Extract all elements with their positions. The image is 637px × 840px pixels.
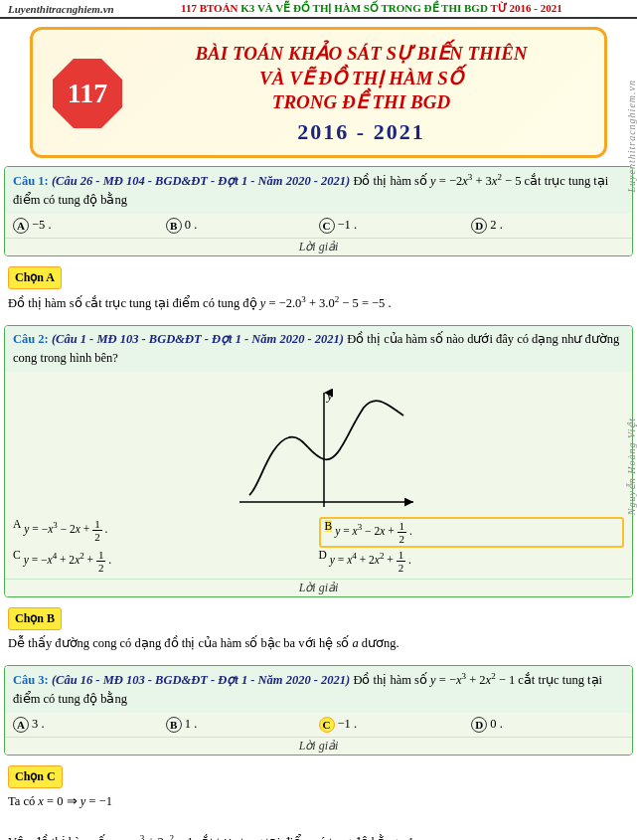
- q1-circle-b: B: [166, 218, 182, 234]
- q1-solution-text: Đồ thị hàm số cắt trục tung tại điểm có …: [8, 296, 392, 310]
- q2-optA: A y = −x3 − 2x + 12 .: [13, 517, 319, 544]
- q3-optD-val: 0 .: [490, 717, 503, 732]
- title-block: 117 BÀI TOÁN KHẢO SÁT SỰ BIẾN THIÊN VÀ V…: [30, 27, 607, 158]
- q1-options: A −5 . B 0 . C −1 . D 2 .: [5, 214, 632, 238]
- q1-optB: B 0 .: [166, 218, 319, 234]
- q2-optD: D y = x4 + 2x2 + 12 .: [319, 548, 625, 575]
- q2-optB-val: y = x3 − 2x + 12 .: [335, 520, 412, 545]
- question-2: Câu 2: (Câu 1 - MĐ 103 - BGD&ĐT - Đợt 1 …: [4, 325, 633, 597]
- q1-optB-val: 0 .: [185, 218, 198, 233]
- q1-num: Câu 1:: [13, 174, 49, 188]
- q2-solution-text: Dễ thấy đường cong có dạng đồ thị của hà…: [8, 636, 399, 650]
- q3-loi-giai-header: Lời giải: [5, 737, 632, 755]
- q2-optA-val: y = −x3 − 2x + 12 .: [24, 518, 107, 543]
- q2-svg: x y O: [220, 378, 418, 507]
- q3-optC-val: −1 .: [338, 717, 358, 732]
- svg-text:x: x: [407, 503, 414, 507]
- svg-text:O: O: [316, 504, 325, 507]
- title-line1: BÀI TOÁN KHẢO SÁT SỰ BIẾN THIÊN: [138, 42, 584, 67]
- q3-header: Câu 3: (Câu 16 - MĐ 103 - BGD&ĐT - Đợt 1…: [5, 666, 632, 713]
- q3-circle-c: C: [319, 717, 335, 733]
- q2-header: Câu 2: (Câu 1 - MĐ 103 - BGD&ĐT - Đợt 1 …: [5, 326, 632, 372]
- q3-circle-d: D: [471, 717, 487, 733]
- q1-header: Câu 1: (Câu 26 - MĐ 104 - BGD&ĐT - Đợt 1…: [5, 167, 632, 214]
- q1-chon: Chọn A: [8, 266, 62, 289]
- q1-src: (Câu 26 - MĐ 104 - BGD&ĐT - Đợt 1 - Năm …: [52, 174, 350, 188]
- title-text: BÀI TOÁN KHẢO SÁT SỰ BIẾN THIÊN VÀ VẼ ĐỒ…: [138, 42, 584, 145]
- q2-options: A y = −x3 − 2x + 12 . B y = x3 − 2x + 12…: [5, 513, 632, 579]
- q1-optA-val: −5 .: [32, 218, 52, 233]
- q1-optC-val: −1 .: [338, 218, 358, 233]
- q2-num: Câu 2:: [13, 332, 49, 346]
- q1-optD: D 2 .: [471, 218, 624, 234]
- q3-options: A 3 . B 1 . C −1 . D 0 .: [5, 713, 632, 737]
- q2-solution: Chọn B Dễ thấy đường cong có dạng đồ thị…: [0, 603, 637, 659]
- q3-chon: Chọn C: [8, 765, 63, 788]
- page-header: Luyenthitracnghiem.vn 117 BTOÁN K3 VÀ VẼ…: [0, 0, 637, 19]
- side-text-2: Nguyễn Hoàng Việt: [626, 418, 637, 515]
- q2-optC: C y = −x4 + 2x2 + 12 .: [13, 548, 319, 575]
- q2-src: (Câu 1 - MĐ 103 - BGD&ĐT - Đợt 1 - Năm 2…: [52, 332, 344, 346]
- title-line3: TRONG ĐỀ THI BGD: [138, 90, 584, 115]
- q1-optA: A −5 .: [13, 218, 166, 234]
- q1-solution: Chọn A Đồ thị hàm số cắt trục tung tại đ…: [0, 262, 637, 319]
- header-center: 117 BTOÁN K3 VÀ VẼ ĐỒ THỊ HÀM SỐ TRONG Đ…: [114, 2, 629, 15]
- title-line4: 2016 - 2021: [138, 119, 584, 145]
- q3-optB: B 1 .: [166, 717, 319, 733]
- q3-optD: D 0 .: [471, 717, 624, 733]
- q1-loi-giai-header: Lời giải: [5, 238, 632, 255]
- q3-optA: A 3 .: [13, 717, 166, 733]
- q2-chon: Chọn B: [8, 607, 62, 630]
- q2-circle-b: B: [325, 520, 333, 532]
- q2-circle-a: A: [13, 518, 21, 530]
- side-text-1: Luyenthitracnghiem.vn: [626, 80, 637, 192]
- question-3: Câu 3: (Câu 16 - MĐ 103 - BGD&ĐT - Đợt 1…: [4, 665, 633, 756]
- q1-optD-val: 2 .: [490, 218, 503, 233]
- q3-num: Câu 3:: [13, 673, 49, 687]
- q3-solution: Chọn C Ta có x = 0 ⇒ y = −1 Vậy đồ thị h…: [0, 761, 637, 840]
- q3-sol2: Vậy đồ thị hàm số y = −x3 + 2x2 − 1 cắt …: [8, 835, 420, 840]
- q1-circle-d: D: [471, 218, 487, 234]
- q2-optD-val: y = x4 + 2x2 + 12 .: [330, 549, 411, 574]
- q2-loi-giai-header: Lời giải: [5, 579, 632, 596]
- q2-graph: x y O: [5, 372, 632, 513]
- title-line2: VÀ VẼ ĐỒ THỊ HÀM SỐ: [138, 67, 584, 91]
- q3-circle-b: B: [166, 717, 182, 733]
- question-1: Câu 1: (Câu 26 - MĐ 104 - BGD&ĐT - Đợt 1…: [4, 166, 633, 256]
- q3-sol1: Ta có x = 0 ⇒ y = −1: [8, 794, 112, 808]
- header-left: Luyenthitracnghiem.vn: [8, 3, 114, 15]
- q2-circle-c: C: [13, 549, 21, 561]
- q3-optA-val: 3 .: [32, 717, 45, 732]
- q3-optC: C −1 .: [319, 717, 472, 733]
- q1-circle-c: C: [319, 218, 335, 234]
- q3-src: (Câu 16 - MĐ 103 - BGD&ĐT - Đợt 1 - Năm …: [52, 673, 350, 687]
- q3-circle-a: A: [13, 717, 29, 733]
- q1-optC: C −1 .: [319, 218, 472, 234]
- q3-optB-val: 1 .: [185, 717, 198, 732]
- q2-optB: B y = x3 − 2x + 12 .: [319, 517, 625, 548]
- svg-text:y: y: [325, 388, 333, 403]
- q1-circle-a: A: [13, 218, 29, 234]
- q2-circle-d: D: [319, 549, 327, 561]
- badge-117: 117: [53, 59, 122, 128]
- q2-optC-val: y = −x4 + 2x2 + 12 .: [24, 549, 112, 574]
